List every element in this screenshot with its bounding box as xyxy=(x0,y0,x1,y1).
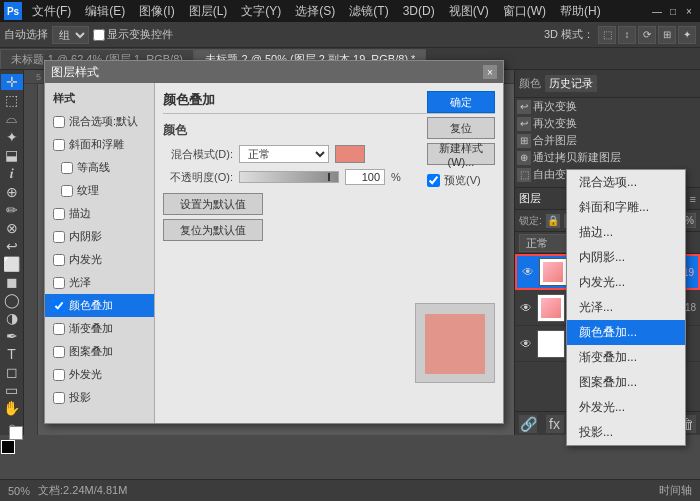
shape-tool[interactable]: ▭ xyxy=(1,382,23,398)
style-satin-checkbox[interactable] xyxy=(53,277,65,289)
color-swatch[interactable] xyxy=(335,145,365,163)
dialog-blend-select[interactable]: 正常 xyxy=(239,145,329,163)
3d-btn-2[interactable]: ↕ xyxy=(618,26,636,44)
menu-file[interactable]: 文件(F) xyxy=(26,1,77,22)
3d-btn-3[interactable]: ⟳ xyxy=(638,26,656,44)
auto-select-dropdown[interactable]: 组 xyxy=(52,26,89,44)
healing-tool[interactable]: ⊕ xyxy=(1,184,23,200)
path-tool[interactable]: ◻ xyxy=(1,364,23,380)
menu-filter[interactable]: 滤镜(T) xyxy=(343,1,394,22)
lasso-tool[interactable]: ⌓ xyxy=(1,110,23,127)
blur-tool[interactable]: ◯ xyxy=(1,292,23,308)
style-blend-checkbox[interactable] xyxy=(53,116,65,128)
style-inner-glow-checkbox[interactable] xyxy=(53,254,65,266)
style-color-overlay-checkbox[interactable] xyxy=(53,300,65,312)
menu-image[interactable]: 图像(I) xyxy=(133,1,180,22)
show-transform-checkbox[interactable] xyxy=(93,29,105,41)
history-item-4[interactable]: ⊕ 通过拷贝新建图层 xyxy=(515,149,700,166)
ctx-pattern-overlay[interactable]: 图案叠加... xyxy=(567,370,685,395)
ctx-blend-options[interactable]: 混合选项... xyxy=(567,170,685,195)
history-item-3[interactable]: ⊞ 合并图层 xyxy=(515,132,700,149)
history-brush-tool[interactable]: ↩ xyxy=(1,238,23,254)
style-color-overlay[interactable]: 颜色叠加 xyxy=(45,294,154,317)
ctx-outer-glow[interactable]: 外发光... xyxy=(567,395,685,420)
brush-tool[interactable]: ✏ xyxy=(1,202,23,218)
magic-wand-tool[interactable]: ✦ xyxy=(1,129,23,145)
menu-window[interactable]: 窗口(W) xyxy=(497,1,552,22)
ok-button[interactable]: 确定 xyxy=(427,91,495,113)
opacity-slider[interactable] xyxy=(239,171,339,183)
menu-3d[interactable]: 3D(D) xyxy=(397,2,441,20)
opacity-value-input[interactable] xyxy=(345,169,385,185)
style-inner-glow[interactable]: 内发光 xyxy=(45,248,154,271)
menu-select[interactable]: 选择(S) xyxy=(289,1,341,22)
ctx-drop-shadow[interactable]: 投影... xyxy=(567,420,685,445)
style-satin[interactable]: 光泽 xyxy=(45,271,154,294)
style-bevel[interactable]: 斜面和浮雕 xyxy=(45,133,154,156)
3d-btn-1[interactable]: ⬚ xyxy=(598,26,616,44)
history-item-2[interactable]: ↩ 再次变换 xyxy=(515,115,700,132)
history-item-1[interactable]: ↩ 再次变换 xyxy=(515,98,700,115)
style-inner-shadow-checkbox[interactable] xyxy=(53,231,65,243)
text-tool[interactable]: T xyxy=(1,346,23,362)
style-blend-options[interactable]: 混合选项:默认 xyxy=(45,110,154,133)
eyedropper-tool[interactable]: 𝒊 xyxy=(1,165,23,182)
menu-edit[interactable]: 编辑(E) xyxy=(79,1,131,22)
style-outer-glow-checkbox[interactable] xyxy=(53,369,65,381)
move-tool[interactable]: ✛ xyxy=(1,74,23,90)
menu-view[interactable]: 视图(V) xyxy=(443,1,495,22)
ctx-gradient-overlay[interactable]: 渐变叠加... xyxy=(567,345,685,370)
dialog-close-button[interactable]: × xyxy=(483,65,497,79)
menu-layer[interactable]: 图层(L) xyxy=(183,1,234,22)
history-tab[interactable]: 历史记录 xyxy=(545,75,597,92)
ctx-color-overlay[interactable]: 颜色叠加... xyxy=(567,320,685,345)
minimize-button[interactable]: — xyxy=(650,4,664,18)
style-pattern-overlay-checkbox[interactable] xyxy=(53,346,65,358)
style-stroke[interactable]: 描边 xyxy=(45,202,154,225)
eraser-tool[interactable]: ⬜ xyxy=(1,256,23,272)
ctx-inner-glow[interactable]: 内发光... xyxy=(567,270,685,295)
ctx-stroke[interactable]: 描边... xyxy=(567,220,685,245)
style-drop-shadow[interactable]: 投影 xyxy=(45,386,154,409)
hand-tool[interactable]: ✋ xyxy=(1,400,23,416)
lock-all-btn[interactable]: 🔒 xyxy=(546,214,560,228)
set-default-btn[interactable]: 设置为默认值 xyxy=(163,193,263,215)
style-gradient-overlay[interactable]: 渐变叠加 xyxy=(45,317,154,340)
3d-btn-4[interactable]: ⊞ xyxy=(658,26,676,44)
style-contour[interactable]: 等高线 xyxy=(45,156,154,179)
crop-tool[interactable]: ⬓ xyxy=(1,147,23,163)
3d-btn-5[interactable]: ✦ xyxy=(678,26,696,44)
style-texture[interactable]: 纹理 xyxy=(45,179,154,202)
style-contour-checkbox[interactable] xyxy=(61,162,73,174)
dodge-tool[interactable]: ◑ xyxy=(1,310,23,326)
layers-menu-btn[interactable]: ≡ xyxy=(690,193,696,205)
clone-tool[interactable]: ⊗ xyxy=(1,220,23,236)
menu-help[interactable]: 帮助(H) xyxy=(554,1,607,22)
preview-checkbox[interactable] xyxy=(427,174,440,187)
maximize-button[interactable]: □ xyxy=(666,4,680,18)
style-texture-checkbox[interactable] xyxy=(61,185,73,197)
ctx-inner-shadow[interactable]: 内阴影... xyxy=(567,245,685,270)
layer-visibility-1[interactable]: 👁 xyxy=(521,265,535,279)
close-button[interactable]: × xyxy=(682,4,696,18)
color-tab[interactable]: 颜色 xyxy=(519,76,541,91)
layer-visibility-3[interactable]: 👁 xyxy=(519,337,533,351)
style-gradient-overlay-checkbox[interactable] xyxy=(53,323,65,335)
pen-tool[interactable]: ✒ xyxy=(1,328,23,344)
style-drop-shadow-checkbox[interactable] xyxy=(53,392,65,404)
layer-fx-btn[interactable]: fx xyxy=(546,415,564,433)
gradient-tool[interactable]: ◼ xyxy=(1,274,23,290)
style-bevel-checkbox[interactable] xyxy=(53,139,65,151)
selection-tool[interactable]: ⬚ xyxy=(1,92,23,108)
style-outer-glow[interactable]: 外发光 xyxy=(45,363,154,386)
menu-text[interactable]: 文字(Y) xyxy=(235,1,287,22)
ctx-bevel[interactable]: 斜面和字雕... xyxy=(567,195,685,220)
style-inner-shadow[interactable]: 内阴影 xyxy=(45,225,154,248)
style-stroke-checkbox[interactable] xyxy=(53,208,65,220)
reset-default-btn[interactable]: 复位为默认值 xyxy=(163,219,263,241)
new-style-button[interactable]: 新建样式(W)... xyxy=(427,143,495,165)
ctx-satin[interactable]: 光泽... xyxy=(567,295,685,320)
layer-visibility-2[interactable]: 👁 xyxy=(519,301,533,315)
cancel-button[interactable]: 复位 xyxy=(427,117,495,139)
layer-link-btn[interactable]: 🔗 xyxy=(519,415,537,433)
